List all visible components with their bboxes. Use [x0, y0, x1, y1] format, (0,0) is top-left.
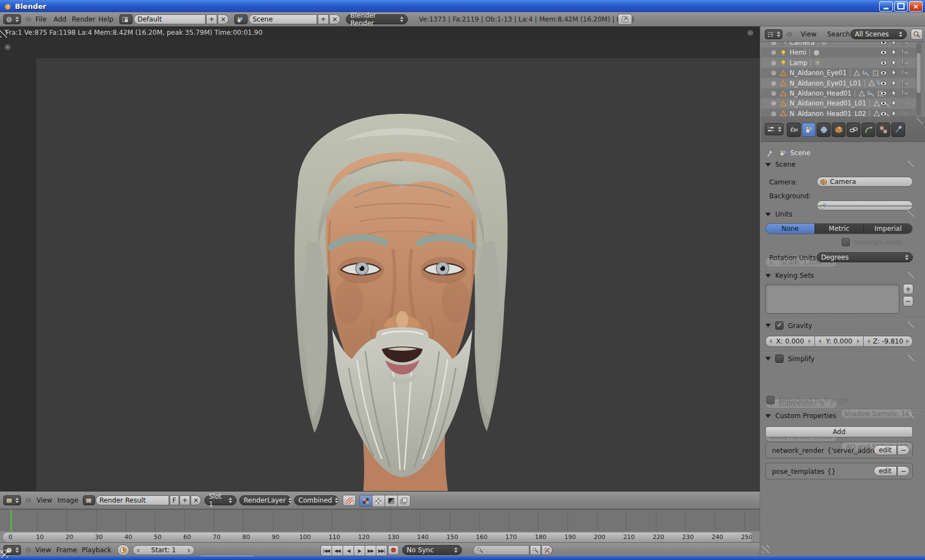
- skip-quad-checkbox[interactable]: [766, 396, 775, 404]
- editor-type-selector-properties[interactable]: [765, 123, 784, 135]
- visibility-eye-icon[interactable]: [880, 99, 887, 107]
- delete-layout-button[interactable]: ×: [218, 14, 229, 24]
- editor-type-selector-outliner[interactable]: [765, 29, 782, 39]
- keying-set-field[interactable]: [473, 545, 529, 555]
- expand-icon[interactable]: ⊕: [771, 59, 776, 67]
- delete-keyframe-button[interactable]: [542, 545, 553, 555]
- unit-system-metric[interactable]: Metric: [815, 224, 864, 234]
- outliner-item-label[interactable]: N_Aldanon_Eye01_L01: [790, 80, 861, 87]
- menu-render[interactable]: Render: [72, 15, 96, 23]
- menu-view[interactable]: View: [35, 546, 51, 554]
- unlink-image-button[interactable]: ×: [191, 495, 201, 505]
- screen-layout-field[interactable]: Default: [134, 14, 206, 24]
- properties-tab-object[interactable]: [832, 123, 845, 137]
- outliner-item-Camera[interactable]: ⊕Camera|: [761, 42, 916, 47]
- area-corner-grip[interactable]: [762, 545, 770, 553]
- properties-tab-physics[interactable]: [861, 123, 875, 137]
- maximize-button[interactable]: [894, 1, 908, 12]
- unit-system-imperial[interactable]: Imperial: [864, 224, 912, 234]
- outliner-item-label[interactable]: N_Aldanon_Head01: [790, 89, 852, 97]
- play-button[interactable]: ▶: [354, 545, 365, 556]
- gravity-z-slider[interactable]: Z: -9.810: [863, 336, 913, 347]
- render-layer-dropdown[interactable]: RenderLayer: [239, 495, 291, 505]
- panel-expand-icon[interactable]: [765, 163, 771, 167]
- renderability-camera-icon[interactable]: [901, 42, 908, 46]
- menu-playback[interactable]: Playback: [82, 546, 112, 554]
- expand-region-icon[interactable]: ⊕: [747, 29, 754, 36]
- outliner-scrollbar-thumb[interactable]: [917, 53, 921, 93]
- outliner-item-label[interactable]: N_Aldanon_Head01_L02: [790, 110, 866, 117]
- menu-search[interactable]: Search: [827, 30, 850, 38]
- expand-icon[interactable]: ⊕: [771, 80, 776, 87]
- editor-type-selector-info[interactable]: i: [3, 14, 21, 24]
- window-titlebar[interactable]: Blender ×: [0, 0, 925, 12]
- properties-tab-world[interactable]: [817, 123, 831, 137]
- draw-alpha-toggle[interactable]: [372, 495, 385, 507]
- scene-camera-field[interactable]: Camera: [817, 177, 913, 187]
- expand-icon[interactable]: ⊕: [771, 89, 776, 97]
- new-image-button[interactable]: +: [180, 495, 190, 505]
- simplify-shadow-samples-slider[interactable]: Shadow Sample: 16: [841, 409, 913, 419]
- panel-grip[interactable]: [906, 161, 914, 169]
- add-custom-property-button[interactable]: Add: [765, 426, 913, 437]
- expand-icon[interactable]: ⊕: [771, 49, 776, 56]
- collapse-menus-icon[interactable]: ⊖: [25, 15, 31, 23]
- collapse-menus-icon[interactable]: ⊖: [25, 546, 31, 553]
- search-button[interactable]: [911, 29, 923, 40]
- collapse-menus-icon[interactable]: ⊖: [786, 30, 792, 38]
- renderability-camera-icon[interactable]: [901, 99, 908, 107]
- edit-property-button[interactable]: edit: [874, 466, 897, 476]
- time-toggle-button[interactable]: [117, 545, 129, 556]
- simplify-panel-header[interactable]: Simplify: [765, 355, 814, 363]
- visibility-eye-icon[interactable]: [880, 69, 887, 77]
- menu-view[interactable]: View: [36, 496, 52, 504]
- outliner-item-label[interactable]: Camera: [790, 42, 814, 46]
- menu-add[interactable]: Add: [54, 15, 66, 23]
- expand-panel-icon[interactable]: ⊕: [4, 43, 11, 51]
- close-button[interactable]: ×: [909, 1, 923, 12]
- renderability-camera-icon[interactable]: [901, 69, 908, 77]
- panel-expand-icon[interactable]: [765, 357, 771, 361]
- render-pass-dropdown[interactable]: Combined: [294, 495, 338, 505]
- outliner-item-N_Aldanon_Eye01_L01[interactable]: ⊕N_Aldanon_Eye01_L01|: [761, 78, 916, 88]
- expand-icon[interactable]: ⊕: [771, 42, 776, 46]
- selectability-cursor-icon[interactable]: [890, 89, 898, 97]
- outliner-item-label[interactable]: N_Aldanon_Head01_L01: [790, 99, 866, 107]
- panel-grip[interactable]: [915, 118, 923, 126]
- rotation-units-dropdown[interactable]: Degrees: [817, 252, 913, 262]
- selectability-cursor-icon[interactable]: [890, 99, 898, 107]
- separate-units-checkbox[interactable]: [842, 238, 850, 246]
- menu-help[interactable]: Help: [98, 15, 113, 23]
- custom-properties-panel-header[interactable]: Custom Properties: [765, 412, 836, 420]
- image-paint-toggle[interactable]: [343, 495, 356, 506]
- visibility-eye-icon[interactable]: [880, 42, 887, 46]
- scene-panel-header[interactable]: Scene: [765, 161, 796, 168]
- timeline-canvas[interactable]: [0, 509, 760, 531]
- area-corner-grip[interactable]: [0, 30, 8, 38]
- timeline-ruler-track[interactable]: 0102030405060708090100110120130140150160…: [2, 532, 754, 542]
- render-engine-dropdown[interactable]: Blender Render: [346, 14, 408, 24]
- outliner-item-N_Aldanon_Head01[interactable]: ⊕N_Aldanon_Head01|: [761, 88, 916, 98]
- keying-sets-list[interactable]: [765, 284, 900, 314]
- collapse-menus-icon[interactable]: ⊖: [25, 496, 31, 504]
- insert-keyframe-button[interactable]: [530, 545, 541, 555]
- add-keying-set-button[interactable]: +: [903, 284, 913, 294]
- selectability-cursor-icon[interactable]: [890, 69, 898, 77]
- properties-tab-scene[interactable]: [802, 123, 816, 137]
- start-frame-field[interactable]: Start: 1: [133, 545, 195, 555]
- selectability-cursor-icon[interactable]: [890, 80, 898, 87]
- menu-view[interactable]: View: [801, 30, 816, 38]
- outliner-item-Lamp[interactable]: ⊕Lamp|: [761, 58, 916, 68]
- panel-grip[interactable]: [906, 210, 914, 219]
- renderability-camera-icon[interactable]: [901, 59, 908, 67]
- visibility-eye-icon[interactable]: [880, 110, 887, 117]
- maximize-area-button[interactable]: [618, 14, 632, 25]
- image-browse-button[interactable]: [83, 495, 95, 505]
- play-reverse-button[interactable]: ◀: [343, 545, 354, 556]
- renderability-camera-icon[interactable]: [901, 110, 908, 117]
- sync-mode-dropdown[interactable]: No Sync: [402, 545, 462, 555]
- image-name-field[interactable]: Render Result: [96, 495, 169, 505]
- remove-property-button[interactable]: −: [897, 445, 910, 455]
- gravity-checkbox[interactable]: ✓: [775, 321, 784, 330]
- add-scene-button[interactable]: +: [318, 14, 329, 24]
